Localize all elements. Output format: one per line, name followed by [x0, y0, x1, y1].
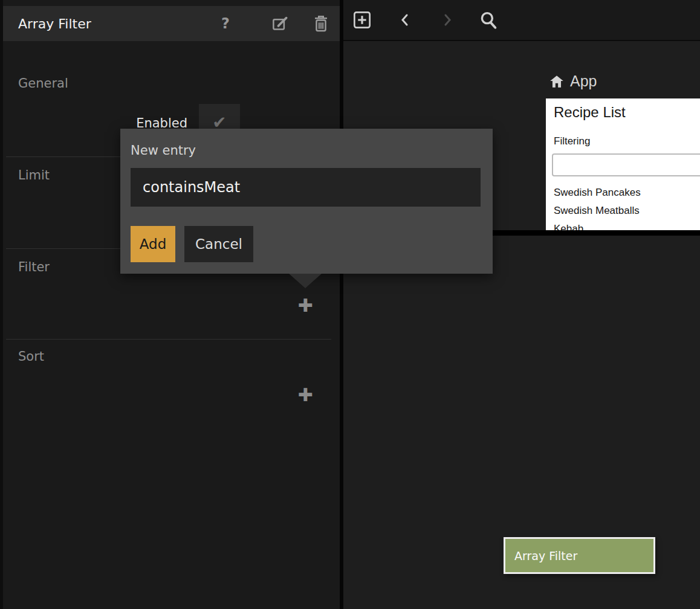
delete-button[interactable] [309, 6, 333, 41]
cancel-button[interactable]: Cancel [184, 226, 253, 262]
search-icon [478, 10, 499, 30]
new-entry-popup: New entry Add Cancel [120, 129, 493, 274]
panel-left-edge [0, 0, 3, 609]
inspector-title: Array Filter [18, 16, 91, 31]
canvas-toolbar [343, 0, 700, 41]
inspector-header: Array Filter ? [3, 6, 340, 41]
help-icon: ? [221, 15, 230, 32]
add-button[interactable]: Add [131, 226, 175, 262]
popup-pointer [289, 274, 322, 288]
recipe-list-item[interactable]: Swedish Pancakes [554, 187, 641, 199]
section-general-label: General [18, 76, 68, 91]
app-root: Array Filter ? General [0, 0, 700, 609]
add-filter-button[interactable]: ✚ [292, 292, 319, 318]
section-sort-label: Sort [18, 349, 44, 364]
help-button[interactable]: ? [215, 6, 236, 41]
app-breadcrumb[interactable]: App [549, 72, 597, 90]
recipe-card: Recipe List Filtering Swedish Pancakes S… [546, 98, 700, 230]
new-entry-title: New entry [131, 143, 196, 158]
inspector-panel: Array Filter ? General [0, 0, 340, 609]
add-sort-button[interactable]: ✚ [292, 381, 319, 408]
node-canvas[interactable]: Array Filter [343, 236, 700, 609]
edit-icon [271, 14, 289, 33]
section-limit-label: Limit [18, 168, 50, 182]
array-filter-node-label: Array Filter [505, 549, 577, 562]
add-node-button[interactable] [351, 0, 373, 40]
recipe-list-item[interactable]: Kebab [554, 223, 583, 230]
home-icon [549, 74, 565, 89]
filtering-input[interactable] [552, 153, 700, 176]
array-filter-node[interactable]: Array Filter [504, 537, 655, 574]
navigate-back-button[interactable] [394, 0, 416, 40]
plus-square-icon [352, 10, 372, 30]
recipe-card-title: Recipe List [554, 104, 626, 121]
right-region: App Recipe List Filtering Swedish Pancak… [343, 0, 700, 609]
chevron-right-icon [440, 13, 455, 27]
section-divider [6, 339, 331, 340]
section-filter-label: Filter [18, 260, 50, 274]
plus-icon: ✚ [297, 384, 313, 405]
plus-icon: ✚ [297, 295, 313, 316]
new-entry-input[interactable] [131, 168, 481, 207]
recipe-list-item[interactable]: Swedish Meatballs [554, 205, 640, 217]
filtering-label: Filtering [554, 135, 590, 147]
edit-button[interactable] [267, 6, 293, 41]
chevron-left-icon [398, 13, 412, 27]
search-button[interactable] [476, 0, 501, 40]
trash-icon [313, 14, 329, 33]
navigate-forward-button[interactable] [436, 0, 458, 40]
app-breadcrumb-label: App [570, 72, 597, 90]
